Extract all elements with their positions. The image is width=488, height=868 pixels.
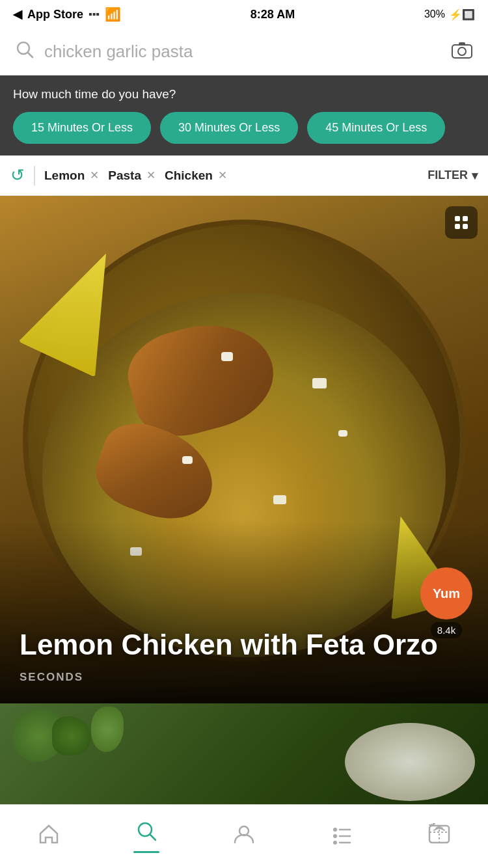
filter-tag-lemon[interactable]: Lemon ✕	[44, 169, 99, 183]
wifi-icon: 📶	[105, 7, 121, 22]
filter-tag-chicken-label: Chicken	[165, 169, 213, 183]
filter-tag-chicken[interactable]: Chicken ✕	[165, 169, 227, 183]
bowl-preview	[345, 723, 475, 801]
nav-home[interactable]	[0, 823, 98, 850]
bottom-nav	[0, 804, 488, 868]
share-button[interactable]	[445, 206, 478, 239]
filter-tag-pasta-remove[interactable]: ✕	[146, 169, 156, 182]
nav-search[interactable]	[98, 820, 195, 853]
feta-1	[221, 352, 233, 361]
feta-5	[338, 430, 347, 437]
svg-line-1	[28, 53, 33, 57]
svg-rect-6	[463, 216, 468, 221]
filter-divider	[34, 166, 35, 185]
camera-icon[interactable]	[452, 40, 472, 63]
svg-point-12	[333, 828, 337, 832]
back-arrow: ◀	[13, 7, 22, 21]
time-filter-label: How much time do you have?	[13, 87, 475, 102]
time-display: 8:28 AM	[251, 8, 295, 21]
signal-bars-icon: ▪▪▪	[88, 8, 100, 20]
recipe-image	[0, 196, 488, 703]
feta-2	[312, 378, 327, 388]
nav-recipes[interactable]	[390, 823, 488, 850]
yum-circle[interactable]: Yum	[420, 567, 472, 619]
recipe-title: Lemon Chicken with Feta Orzo	[20, 629, 468, 662]
status-bar: ◀ App Store ▪▪▪ 📶 8:28 AM 30% ⚡🔲	[0, 0, 488, 29]
time-filter-bar: How much time do you have? 15 Minutes Or…	[0, 75, 488, 156]
recipes-icon	[428, 823, 450, 850]
battery-percent: 30%	[424, 8, 445, 20]
svg-rect-4	[459, 42, 465, 46]
svg-rect-7	[455, 224, 460, 229]
time-filter-15[interactable]: 15 Minutes Or Less	[13, 112, 151, 144]
search-icon[interactable]	[16, 40, 34, 63]
feta-4	[273, 495, 286, 504]
status-left: ◀ App Store ▪▪▪ 📶	[13, 7, 121, 22]
recipe-card: Lemon Chicken with Feta Orzo SECONDS Yum…	[0, 196, 488, 703]
filter-tag-lemon-remove[interactable]: ✕	[90, 169, 99, 182]
filter-tag-pasta[interactable]: Pasta ✕	[108, 169, 156, 183]
refresh-icon[interactable]: ↺	[10, 165, 25, 185]
filter-tag-pasta-label: Pasta	[108, 169, 141, 183]
svg-point-3	[458, 47, 466, 55]
active-filters-bar: ↺ Lemon ✕ Pasta ✕ Chicken ✕ FILTER ▾	[0, 156, 488, 196]
home-icon	[38, 823, 60, 850]
time-filter-buttons: 15 Minutes Or Less 30 Minutes Or Less 45…	[13, 112, 475, 144]
recipe-info: Lemon Chicken with Feta Orzo SECONDS	[20, 629, 468, 684]
next-recipe-preview[interactable]	[0, 703, 488, 804]
recipe-subtitle: SECONDS	[20, 671, 468, 684]
svg-rect-5	[455, 216, 460, 221]
list-icon	[331, 823, 353, 850]
svg-point-14	[333, 834, 337, 838]
filter-tag-lemon-label: Lemon	[44, 169, 85, 183]
feta-3	[182, 456, 193, 464]
chevron-down-icon: ▾	[472, 169, 478, 183]
nav-active-indicator	[133, 851, 159, 853]
battery-icon: ⚡🔲	[449, 8, 475, 21]
nav-list[interactable]	[293, 823, 390, 850]
search-input[interactable]: chicken garlic pasta	[44, 42, 441, 62]
yum-button[interactable]: Yum 8.4k	[420, 567, 472, 638]
status-right: 30% ⚡🔲	[424, 8, 475, 21]
svg-line-10	[150, 835, 156, 840]
search-nav-icon	[135, 820, 157, 847]
svg-point-16	[333, 841, 337, 845]
search-bar: chicken garlic pasta	[0, 29, 488, 75]
filter-label: FILTER	[427, 169, 468, 182]
svg-rect-8	[463, 224, 468, 229]
nav-profile[interactable]	[195, 823, 293, 850]
time-filter-45[interactable]: 45 Minutes Or Less	[307, 112, 445, 144]
svg-point-9	[139, 823, 152, 836]
filter-tag-chicken-remove[interactable]: ✕	[218, 169, 227, 182]
time-filter-30[interactable]: 30 Minutes Or Less	[160, 112, 298, 144]
yum-count: 8.4k	[431, 622, 462, 638]
filter-button[interactable]: FILTER ▾	[427, 169, 478, 183]
profile-icon	[233, 823, 255, 850]
carrier-label: App Store	[27, 8, 83, 21]
